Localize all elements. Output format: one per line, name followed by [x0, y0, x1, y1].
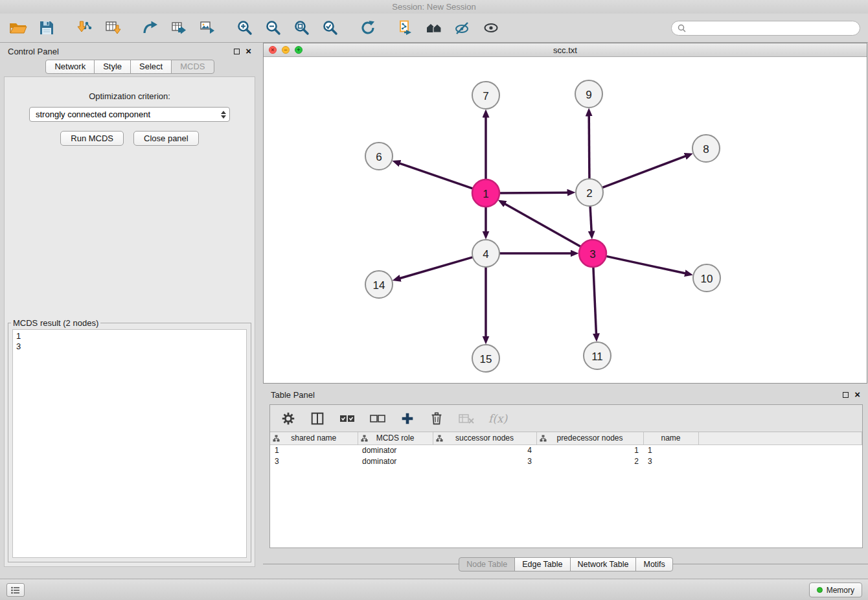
graph-node-label: 6 — [376, 151, 382, 163]
memory-label: Memory — [827, 586, 854, 595]
tab-network-table[interactable]: Network Table — [570, 557, 637, 571]
tab-node-table[interactable]: Node Table — [459, 557, 515, 571]
graph-edge-3-1[interactable] — [505, 203, 581, 247]
show-details-button[interactable] — [481, 17, 501, 38]
table-panel-float-button[interactable] — [843, 392, 849, 398]
graph-node-2[interactable]: 2 — [576, 179, 603, 206]
graph-node-3[interactable]: 3 — [579, 240, 606, 267]
hide-details-button[interactable] — [452, 17, 473, 38]
zoom-fit-button[interactable] — [291, 17, 312, 38]
graph-edge-2-8[interactable] — [602, 156, 687, 188]
tab-network[interactable]: Network — [45, 60, 95, 74]
graph-edge-2-9[interactable] — [589, 115, 589, 179]
cell-predecessor-nodes[interactable]: 1 — [536, 444, 643, 456]
refresh-button[interactable] — [358, 17, 378, 38]
cell-successor-nodes[interactable]: 4 — [433, 444, 536, 456]
run-mcds-button[interactable]: Run MCDS — [60, 131, 124, 146]
select-all-rows-button[interactable] — [339, 410, 356, 427]
save-session-button[interactable] — [36, 17, 57, 38]
tab-motifs[interactable]: Motifs — [635, 557, 672, 571]
zoom-selected-button[interactable] — [320, 17, 341, 38]
delete-column-button[interactable] — [429, 410, 444, 427]
result-line: 1 — [16, 331, 243, 341]
column-header-successor-nodes[interactable]: successor nodes — [433, 432, 536, 444]
graph-node-6[interactable]: 6 — [365, 143, 393, 170]
column-header-name[interactable]: name — [643, 432, 698, 444]
graph-node-9[interactable]: 9 — [575, 80, 602, 108]
network-canvas[interactable]: 7968124314101511 — [264, 57, 867, 383]
graph-node-label: 3 — [589, 248, 595, 260]
graph-node-1[interactable]: 1 — [472, 179, 499, 207]
clone-network-button[interactable] — [395, 17, 416, 38]
cell-shared-name[interactable]: 3 — [270, 456, 358, 467]
cell-shared-name[interactable]: 1 — [270, 444, 358, 456]
export-table-button[interactable] — [168, 17, 189, 38]
task-history-button[interactable] — [6, 583, 25, 597]
cell-mcds-role[interactable]: dominator — [358, 456, 433, 467]
column-header-mcds-role[interactable]: MCDS role — [358, 432, 433, 444]
open-file-button[interactable] — [8, 17, 29, 38]
export-network-button[interactable] — [140, 17, 161, 38]
graph-edge-3-11[interactable] — [593, 267, 597, 334]
graph-node-8[interactable]: 8 — [692, 135, 720, 162]
control-panel-tabs: Network Style Select MCDS — [0, 60, 259, 74]
clone-network-icon — [397, 19, 414, 36]
delete-table-button[interactable] — [458, 410, 475, 427]
graph-node-label: 14 — [373, 279, 385, 292]
memory-button[interactable]: Memory — [809, 583, 862, 597]
cell-predecessor-nodes[interactable]: 2 — [536, 456, 643, 467]
import-table-button[interactable] — [102, 17, 123, 38]
export-image-button[interactable] — [197, 17, 218, 38]
cell-name[interactable]: 1 — [643, 444, 698, 456]
graph-node-10[interactable]: 10 — [693, 264, 720, 292]
select-all-icon — [339, 412, 356, 425]
hide-details-icon — [454, 19, 471, 36]
search-box[interactable] — [671, 21, 860, 36]
window-close-button[interactable]: × — [269, 46, 277, 54]
table-row[interactable]: 1 dominator 4 1 1 — [270, 444, 862, 456]
deselect-all-rows-button[interactable] — [369, 410, 386, 427]
table-settings-button[interactable] — [280, 410, 296, 427]
graph-node-15[interactable]: 15 — [472, 345, 499, 372]
graph-node-11[interactable]: 11 — [584, 342, 611, 369]
function-builder-button[interactable]: f(x) — [488, 410, 507, 427]
cell-successor-nodes[interactable]: 3 — [433, 456, 536, 467]
table-header-row: shared name MCDS role succ — [270, 432, 862, 444]
mcds-result-list[interactable]: 1 3 — [12, 329, 247, 558]
toggle-column-panel-button[interactable] — [310, 410, 325, 427]
graph-edge-1-6[interactable] — [399, 163, 473, 189]
zoom-out-button[interactable] — [263, 17, 284, 38]
first-neighbors-button[interactable] — [424, 17, 444, 38]
graph-edge-1-2[interactable] — [499, 192, 568, 193]
graph-node-4[interactable]: 4 — [472, 240, 499, 267]
column-header-predecessor-nodes[interactable]: predecessor nodes — [536, 432, 643, 444]
control-panel-float-button[interactable] — [234, 49, 240, 54]
graph-edge-3-10[interactable] — [606, 256, 686, 273]
search-input[interactable] — [689, 23, 854, 32]
table-panel-close-button[interactable]: × — [854, 391, 860, 398]
tab-edge-table[interactable]: Edge Table — [514, 557, 570, 571]
zoom-in-button[interactable] — [234, 17, 255, 38]
table-row[interactable]: 3 dominator 3 2 3 — [270, 456, 862, 467]
window-minimize-button[interactable]: − — [282, 46, 290, 54]
graph-edge-4-14[interactable] — [400, 257, 473, 279]
tab-mcds[interactable]: MCDS — [171, 60, 214, 74]
cell-mcds-role[interactable]: dominator — [358, 444, 433, 456]
graph-node-label: 9 — [586, 89, 591, 101]
tab-select[interactable]: Select — [130, 60, 172, 74]
graph-node-14[interactable]: 14 — [365, 271, 393, 298]
graph-node-label: 1 — [483, 188, 488, 200]
close-mcds-panel-button[interactable]: Close panel — [133, 131, 199, 146]
control-panel-close-button[interactable]: × — [246, 48, 251, 54]
tab-style[interactable]: Style — [94, 60, 131, 74]
column-header-shared-name[interactable]: shared name — [270, 432, 358, 444]
graph-edge-2-3[interactable] — [590, 206, 591, 232]
add-column-button[interactable] — [400, 410, 415, 427]
import-network-button[interactable] — [74, 17, 95, 38]
window-zoom-button[interactable]: + — [295, 46, 303, 54]
graph-node-7[interactable]: 7 — [472, 82, 499, 109]
open-folder-icon — [9, 19, 27, 36]
cell-name[interactable]: 3 — [643, 456, 698, 467]
app-window: Session: New Session — [0, 0, 868, 600]
criterion-select[interactable]: strongly connected component — [29, 107, 230, 122]
